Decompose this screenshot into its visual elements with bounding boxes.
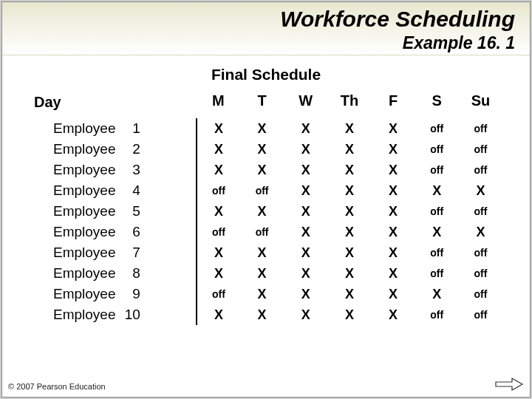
employee-number: 5 — [120, 203, 140, 219]
day-head-s: S — [415, 91, 459, 118]
employee-number: 2 — [120, 141, 140, 157]
employee-number: 7 — [120, 245, 140, 261]
table-row: Employee 3XXXXXoffoff — [30, 160, 502, 180]
cell-x: X — [284, 118, 327, 139]
cell-x: X — [284, 263, 327, 284]
cell-x: X — [372, 180, 415, 201]
employee-cell: Employee 7 — [30, 242, 197, 263]
cell-x: X — [372, 304, 415, 325]
cell-x: X — [240, 304, 284, 325]
cell-x: X — [284, 180, 327, 201]
employee-number: 10 — [120, 307, 140, 323]
table-row: Employee 6offoffXXXXX — [30, 222, 502, 242]
employee-number: 9 — [120, 286, 140, 302]
day-head-f: F — [372, 91, 415, 118]
employee-label: Employee — [53, 307, 116, 323]
cell-x: X — [372, 139, 415, 160]
day-head-t: T — [240, 91, 284, 118]
cell-x: X — [327, 160, 371, 180]
table-row: Employee 8XXXXXoffoff — [30, 263, 502, 284]
employee-cell: Employee 3 — [30, 160, 197, 180]
cell-x: X — [197, 118, 240, 139]
table-row: Employee 4offoffXXXXX — [30, 180, 502, 201]
employee-cell: Employee 8 — [30, 263, 197, 284]
cell-x: X — [240, 139, 284, 160]
employee-number: 1 — [120, 120, 140, 137]
table-row: Employee 9offXXXXXoff — [30, 284, 502, 304]
cell-off: off — [197, 222, 240, 242]
day-head-su: Su — [459, 91, 502, 118]
cell-off: off — [415, 263, 459, 284]
cell-off: off — [459, 263, 502, 284]
cell-x: X — [197, 139, 240, 160]
cell-x: X — [197, 201, 240, 222]
cell-off: off — [240, 180, 284, 201]
cell-x: X — [240, 242, 284, 263]
cell-x: X — [415, 284, 459, 304]
cell-x: X — [459, 222, 502, 242]
employee-number: 6 — [120, 224, 140, 240]
day-head-w: W — [284, 91, 327, 118]
svg-marker-0 — [496, 378, 522, 390]
cell-off: off — [240, 222, 284, 242]
employee-number: 4 — [120, 183, 140, 199]
cell-off: off — [197, 284, 240, 304]
employee-label: Employee — [53, 265, 116, 282]
page-subtitle: Example 16. 1 — [17, 33, 515, 53]
cell-x: X — [327, 118, 371, 139]
cell-x: X — [327, 263, 371, 284]
next-arrow-icon[interactable] — [494, 376, 524, 392]
cell-x: X — [197, 242, 240, 263]
table-body: Employee 1XXXXXoffoffEmployee 2XXXXXoffo… — [30, 118, 502, 325]
table-row: Employee 7XXXXXoffoff — [30, 242, 502, 263]
cell-x: X — [327, 222, 371, 242]
cell-x: X — [459, 180, 502, 201]
cell-off: off — [459, 139, 502, 160]
employee-label: Employee — [53, 120, 116, 137]
employee-cell: Employee 2 — [30, 139, 197, 160]
title-band: Workforce Scheduling Example 16. 1 — [2, 2, 530, 55]
cell-x: X — [327, 242, 371, 263]
schedule-table-wrap: Day M T W Th F S Su Employee 1XXXXXoffof… — [30, 91, 502, 325]
employee-cell: Employee 4 — [30, 180, 197, 201]
cell-off: off — [459, 284, 502, 304]
employee-cell: Employee 6 — [30, 222, 197, 242]
cell-x: X — [284, 304, 327, 325]
cell-x: X — [327, 180, 371, 201]
employee-number: 3 — [120, 162, 140, 178]
cell-x: X — [372, 201, 415, 222]
cell-off: off — [415, 201, 459, 222]
cell-x: X — [240, 201, 284, 222]
employee-label: Employee — [53, 286, 116, 302]
table-row: Employee 10XXXXXoffoff — [30, 304, 502, 325]
cell-x: X — [372, 160, 415, 180]
cell-x: X — [284, 139, 327, 160]
day-label-header: Day — [30, 91, 197, 118]
cell-off: off — [459, 118, 502, 139]
table-header-row: Day M T W Th F S Su — [30, 91, 502, 118]
page-title: Workforce Scheduling — [17, 7, 515, 32]
employee-label: Employee — [53, 245, 116, 261]
cell-off: off — [415, 139, 459, 160]
cell-x: X — [327, 304, 371, 325]
cell-off: off — [415, 160, 459, 180]
employee-label: Employee — [53, 162, 116, 178]
table-row: Employee 2XXXXXoffoff — [30, 139, 502, 160]
cell-x: X — [327, 284, 371, 304]
cell-off: off — [415, 118, 459, 139]
cell-x: X — [372, 263, 415, 284]
cell-off: off — [197, 180, 240, 201]
cell-off: off — [459, 304, 502, 325]
copyright-text: © 2007 Pearson Education — [8, 382, 106, 391]
employee-label: Employee — [53, 183, 116, 199]
cell-x: X — [197, 304, 240, 325]
cell-x: X — [284, 222, 327, 242]
cell-x: X — [327, 139, 371, 160]
schedule-table: Day M T W Th F S Su Employee 1XXXXXoffof… — [30, 91, 502, 325]
cell-x: X — [372, 284, 415, 304]
employee-cell: Employee 5 — [30, 201, 197, 222]
employee-label: Employee — [53, 224, 116, 240]
cell-x: X — [284, 284, 327, 304]
cell-x: X — [240, 263, 284, 284]
cell-x: X — [284, 242, 327, 263]
